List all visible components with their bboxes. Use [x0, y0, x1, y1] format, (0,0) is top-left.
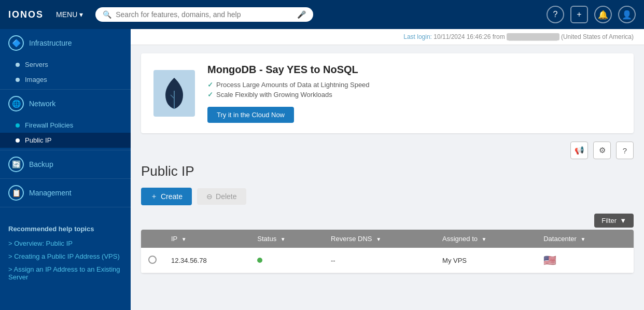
delete-icon: ⊖	[206, 192, 213, 201]
notification-icon-btn[interactable]: 🔔	[594, 6, 612, 23]
menu-button[interactable]: MENU ▾	[52, 7, 87, 22]
ad-logo	[153, 70, 195, 117]
chevron-down-icon: ▾	[79, 10, 83, 19]
sidebar-item-backup[interactable]: 🔄 Backup	[0, 150, 131, 178]
sidebar-help-link-2[interactable]: Assign an IP Address to an Existing Serv…	[0, 263, 131, 284]
table-col-reverse-dns[interactable]: Reverse DNS ▼	[324, 230, 435, 248]
search-input[interactable]	[116, 10, 293, 19]
main-layout: 🔷 Infrastructure Servers Images 🌐 Networ…	[0, 29, 644, 310]
table-row[interactable]: 12.34.56.78 -- My VPS 🇺🇸	[141, 248, 634, 273]
settings-button[interactable]: ⚙	[593, 142, 611, 159]
help-button[interactable]: ?	[616, 142, 634, 159]
ad-cta-button[interactable]: Try it in the Cloud Now	[207, 107, 294, 123]
dot-icon	[16, 78, 20, 82]
table-col-ip[interactable]: IP ▼	[164, 230, 250, 248]
network-icon: 🌐	[8, 96, 24, 111]
check-icon: ✓	[207, 91, 213, 98]
us-flag-icon: 🇺🇸	[543, 255, 556, 266]
sidebar-item-management[interactable]: 📋 Management	[0, 179, 131, 207]
sidebar-help-title: Recommended help topics	[0, 218, 131, 237]
table-col-assigned-to[interactable]: Assigned to ▼	[435, 230, 536, 248]
action-bar: ＋ Create ⊖ Delete	[141, 188, 634, 205]
table-cell-select[interactable]	[141, 248, 164, 273]
table-header: IP ▼ Status ▼ Reverse DNS ▼ Assigned t	[141, 230, 634, 248]
sidebar-item-network[interactable]: 🌐 Network	[0, 90, 131, 118]
sort-icon: ▼	[482, 236, 487, 242]
page-title: Public IP	[141, 163, 634, 179]
login-bar: Last login: 10/11/2024 16:46:26 from ███…	[131, 29, 644, 45]
last-login-label: Last login:	[403, 33, 432, 40]
sidebar-item-infrastructure[interactable]: 🔷 Infrastructure	[0, 29, 131, 57]
sidebar-item-servers[interactable]: Servers	[0, 57, 131, 72]
sort-icon: ▼	[181, 236, 187, 242]
dot-icon	[16, 123, 20, 128]
filter-row: Filter ▼	[141, 214, 634, 228]
sidebar-item-publicip[interactable]: Public IP	[0, 133, 131, 148]
infrastructure-icon: 🔷	[8, 35, 24, 51]
table-col-status[interactable]: Status ▼	[250, 230, 324, 248]
sidebar-help-link-1[interactable]: Creating a Public IP Address (VPS)	[0, 250, 131, 263]
sidebar-section-backup: 🔄 Backup	[0, 150, 131, 179]
sort-icon: ▼	[376, 236, 381, 242]
announce-button[interactable]: 📢	[570, 142, 588, 159]
sidebar: 🔷 Infrastructure Servers Images 🌐 Networ…	[0, 29, 131, 310]
microphone-icon[interactable]: 🎤	[297, 10, 306, 19]
management-icon: 📋	[8, 185, 24, 201]
last-login-datetime: 10/11/2024 16:46:26 from	[433, 33, 505, 40]
page-area: 📢 ⚙ ? Public IP ＋ Create ⊖ Delete Filter	[131, 142, 644, 310]
sidebar-item-firewall[interactable]: Firewall Policies	[0, 118, 131, 133]
page-toolbar: 📢 ⚙ ?	[141, 142, 634, 159]
dot-icon	[16, 138, 20, 143]
table-cell-assigned-to: My VPS	[435, 248, 536, 273]
create-button[interactable]: ＋ Create	[141, 188, 192, 205]
search-icon: 🔍	[103, 10, 111, 19]
table-cell-status	[250, 248, 324, 273]
top-navigation: IONOS MENU ▾ 🔍 🎤 ? + 🔔 👤	[0, 0, 644, 29]
logo: IONOS	[8, 9, 44, 20]
plus-icon: ＋	[150, 192, 158, 201]
main-content: Last login: 10/11/2024 16:46:26 from ███…	[131, 29, 644, 310]
ad-content: MongoDB - Say YES to NoSQL ✓ Process Lar…	[207, 64, 621, 123]
sidebar-item-images[interactable]: Images	[0, 72, 131, 87]
table-cell-datacenter: 🇺🇸	[536, 248, 634, 273]
table-body: 12.34.56.78 -- My VPS 🇺🇸	[141, 248, 634, 273]
check-icon: ✓	[207, 81, 213, 89]
filter-button[interactable]: Filter ▼	[594, 214, 634, 228]
table-select-col	[141, 230, 164, 248]
status-active-icon	[257, 258, 262, 263]
sidebar-sub-network: Firewall Policies Public IP	[0, 118, 131, 150]
ad-feature-1: ✓ Scale Flexibly with Growing Workloads	[207, 91, 621, 98]
add-icon-btn[interactable]: +	[570, 6, 588, 23]
filter-icon: ▼	[620, 217, 626, 224]
sidebar-help-section: Recommended help topics Overview: Public…	[0, 218, 131, 284]
sidebar-section-management: 📋 Management	[0, 179, 131, 207]
mongodb-leaf-icon	[161, 75, 187, 111]
dot-icon	[16, 63, 20, 67]
table-cell-reverse-dns: --	[324, 248, 435, 273]
backup-icon: 🔄	[8, 157, 24, 172]
sidebar-section-network: 🌐 Network Firewall Policies Public IP	[0, 90, 131, 150]
table-cell-ip: 12.34.56.78	[164, 248, 250, 273]
last-login-country: (United States of America)	[561, 33, 634, 40]
sort-icon: ▼	[580, 236, 585, 242]
table-col-datacenter[interactable]: Datacenter ▼	[536, 230, 634, 248]
sidebar-help-link-0[interactable]: Overview: Public IP	[0, 237, 131, 250]
last-login-ip: ███████████	[507, 33, 559, 40]
user-icon-btn[interactable]: 👤	[618, 6, 636, 23]
topnav-icon-group: ? + 🔔 👤	[547, 6, 636, 23]
search-bar: 🔍 🎤	[95, 7, 313, 22]
help-icon-btn[interactable]: ?	[547, 6, 564, 23]
ad-feature-0: ✓ Process Large Amounts of Data at Light…	[207, 81, 621, 89]
sidebar-sub-infrastructure: Servers Images	[0, 57, 131, 89]
sort-icon: ▼	[281, 236, 286, 242]
delete-button[interactable]: ⊖ Delete	[197, 188, 246, 205]
ad-title: MongoDB - Say YES to NoSQL	[207, 64, 621, 76]
ip-table: IP ▼ Status ▼ Reverse DNS ▼ Assigned t	[141, 230, 634, 273]
ad-banner: MongoDB - Say YES to NoSQL ✓ Process Lar…	[141, 53, 634, 133]
sidebar-section-infrastructure: 🔷 Infrastructure Servers Images	[0, 29, 131, 90]
radio-button[interactable]	[148, 256, 157, 264]
